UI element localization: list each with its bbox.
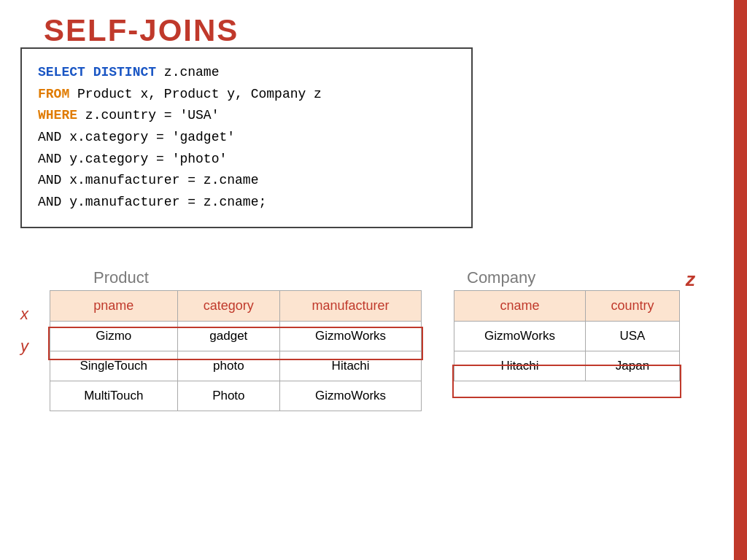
company-col-country: country [585, 291, 679, 322]
sql-select-kw: SELECT [38, 65, 85, 79]
company-row2-country: Japan [585, 351, 679, 381]
table-row: Hitachi Japan [454, 351, 680, 381]
sql-where-kw: WHERE [38, 108, 77, 122]
sql-line2-rest: Product x, Product y, Company z [77, 87, 322, 101]
sql-distinct-kw: DISTINCT [93, 65, 156, 79]
table-row: GizmoWorks USA [454, 322, 680, 351]
product-row3-pname: MultiTouch [50, 381, 178, 411]
product-row2-pname: SingleTouch [50, 351, 178, 381]
company-col-cname: cname [454, 291, 586, 322]
sql-code-block: SELECT DISTINCT z.cname FROM Product x, … [20, 47, 473, 228]
label-x: x [20, 305, 28, 324]
company-row1-cname: GizmoWorks [454, 322, 586, 351]
label-y: y [20, 337, 28, 356]
accent-bar [734, 0, 747, 560]
sql-line3-rest: z.country = 'USA' [85, 108, 220, 122]
product-row1-manufacturer: GizmoWorks [280, 322, 422, 351]
product-col-pname: pname [50, 291, 178, 322]
label-z: z [686, 268, 695, 291]
table-row: Gizmo gadget GizmoWorks [50, 322, 422, 351]
product-row3-manufacturer: GizmoWorks [280, 381, 422, 411]
product-row1-category: gadget [177, 322, 280, 351]
page-title: SELF-JOINS [44, 13, 239, 48]
product-table-label: Product [93, 268, 149, 287]
table-row: MultiTouch Photo GizmoWorks [50, 381, 422, 411]
company-row2-cname: Hitachi [454, 351, 586, 381]
product-table: pname category manufacturer Gizmo gadget… [50, 290, 422, 411]
sql-line4: AND x.category = 'gadget' [38, 130, 235, 144]
company-table: cname country GizmoWorks USA Hitachi Jap… [454, 290, 680, 381]
company-table-label: Company [467, 268, 535, 287]
sql-line1-rest: z.cname [164, 65, 220, 79]
product-col-category: category [177, 291, 280, 322]
sql-line6: AND x.manufacturer = z.cname [38, 173, 258, 187]
sql-line7: AND y.manufacturer = z.cname; [38, 195, 266, 209]
product-row2-manufacturer: Hitachi [280, 351, 422, 381]
sql-from-kw: FROM [38, 87, 69, 101]
product-row2-category: photo [177, 351, 280, 381]
table-row: SingleTouch photo Hitachi [50, 351, 422, 381]
product-row3-category: Photo [177, 381, 280, 411]
product-col-manufacturer: manufacturer [280, 291, 422, 322]
company-row1-country: USA [585, 322, 679, 351]
product-row1-pname: Gizmo [50, 322, 178, 351]
sql-line5: AND y.category = 'photo' [38, 152, 227, 166]
